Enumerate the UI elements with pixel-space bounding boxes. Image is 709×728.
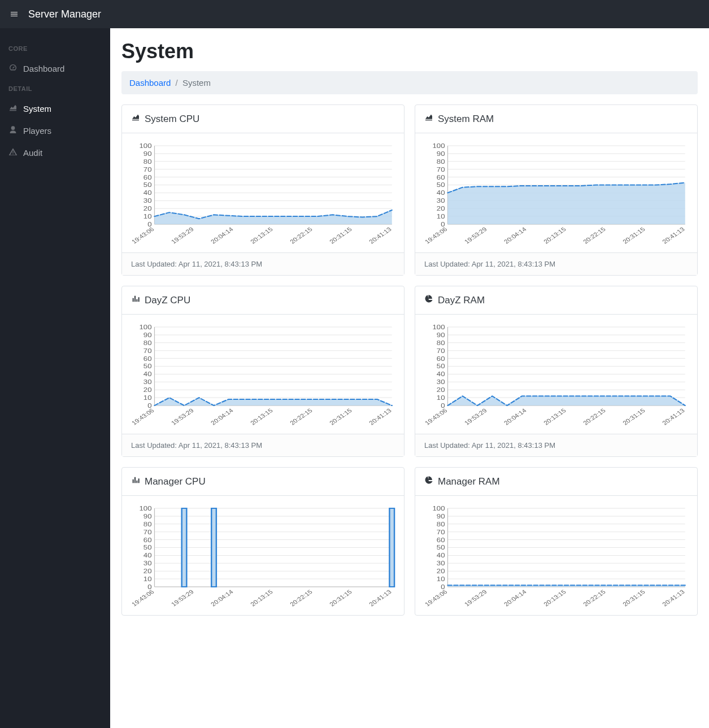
- svg-text:50: 50: [143, 182, 152, 189]
- svg-text:60: 60: [437, 174, 445, 181]
- svg-text:100: 100: [432, 505, 445, 512]
- chart-dayz-ram: 010203040506070809010019:43:0619:53:2920…: [423, 324, 689, 428]
- svg-text:20:13:15: 20:13:15: [542, 407, 567, 426]
- card-body: 010203040506070809010019:43:0619:53:2920…: [415, 133, 697, 252]
- card-system-ram: System RAM010203040506070809010019:43:06…: [415, 104, 698, 276]
- svg-text:80: 80: [143, 521, 152, 528]
- sidebar-section-label: DETAIL: [0, 80, 110, 98]
- svg-text:100: 100: [432, 324, 445, 331]
- card-manager-cpu: Manager CPU010203040506070809010019:43:0…: [121, 467, 404, 616]
- svg-text:20: 20: [143, 205, 152, 212]
- page-title: System: [121, 40, 698, 63]
- card-body: 010203040506070809010019:43:0619:53:2920…: [415, 496, 697, 615]
- svg-text:30: 30: [437, 560, 445, 567]
- card-footer: Last Updated: Apr 11, 2021, 8:43:13 PM: [122, 252, 404, 275]
- card-dayz-ram: DayZ RAM010203040506070809010019:43:0619…: [415, 286, 698, 457]
- svg-text:10: 10: [143, 394, 152, 402]
- svg-text:20:04:14: 20:04:14: [210, 407, 234, 426]
- pie-chart-icon: [424, 294, 433, 306]
- svg-text:10: 10: [437, 394, 445, 402]
- svg-text:19:53:29: 19:53:29: [170, 226, 195, 245]
- svg-text:90: 90: [437, 513, 445, 520]
- card-footer: Last Updated: Apr 11, 2021, 8:43:13 PM: [415, 434, 697, 456]
- svg-text:20: 20: [143, 568, 152, 575]
- chart-manager-ram: 010203040506070809010019:43:0619:53:2920…: [423, 505, 689, 609]
- svg-text:30: 30: [143, 378, 152, 386]
- svg-text:60: 60: [437, 537, 445, 544]
- card-title: System CPU: [145, 114, 199, 125]
- main-content: System Dashboard / System System CPU0102…: [110, 28, 709, 728]
- svg-text:19:43:06: 19:43:06: [423, 226, 448, 245]
- svg-text:20:41:13: 20:41:13: [368, 407, 393, 426]
- card-header: DayZ RAM: [415, 286, 697, 315]
- svg-text:20:31:15: 20:31:15: [621, 226, 646, 245]
- area-chart-icon: [131, 113, 140, 125]
- svg-text:20:31:15: 20:31:15: [621, 407, 646, 426]
- sidebar-section-label: CORE: [0, 40, 110, 58]
- sidebar-item-system[interactable]: System: [0, 98, 110, 120]
- card-dayz-cpu: DayZ CPU010203040506070809010019:43:0619…: [121, 286, 404, 457]
- sidebar-item-label: System: [23, 104, 51, 114]
- svg-text:50: 50: [143, 544, 152, 552]
- breadcrumb-current: System: [182, 78, 211, 88]
- svg-text:20:04:14: 20:04:14: [210, 588, 234, 607]
- bar-chart-icon: [131, 476, 140, 487]
- svg-text:30: 30: [143, 560, 152, 567]
- svg-text:20:31:15: 20:31:15: [328, 226, 353, 245]
- bar-chart-icon: [131, 294, 140, 306]
- svg-text:90: 90: [437, 150, 445, 158]
- svg-text:19:53:29: 19:53:29: [170, 588, 195, 607]
- svg-text:40: 40: [143, 189, 152, 197]
- svg-text:20:41:13: 20:41:13: [661, 226, 686, 245]
- svg-text:80: 80: [143, 158, 152, 165]
- svg-text:70: 70: [437, 347, 445, 355]
- breadcrumb-root-link[interactable]: Dashboard: [129, 78, 171, 88]
- breadcrumb: Dashboard / System: [121, 71, 698, 94]
- svg-text:19:53:29: 19:53:29: [463, 588, 488, 607]
- svg-text:19:43:06: 19:43:06: [130, 407, 155, 426]
- svg-text:30: 30: [437, 378, 445, 386]
- svg-text:90: 90: [437, 332, 445, 339]
- tachometer-icon: [8, 63, 18, 74]
- svg-text:20:41:13: 20:41:13: [661, 588, 686, 607]
- svg-text:20:04:14: 20:04:14: [210, 226, 234, 245]
- menu-toggle-button[interactable]: [6, 6, 23, 23]
- svg-text:19:43:06: 19:43:06: [130, 588, 155, 607]
- svg-text:40: 40: [437, 189, 445, 197]
- card-body: 010203040506070809010019:43:0619:53:2920…: [122, 133, 404, 252]
- card-title: Manager CPU: [145, 476, 206, 487]
- card-footer: Last Updated: Apr 11, 2021, 8:43:13 PM: [122, 434, 404, 456]
- card-manager-ram: Manager RAM010203040506070809010019:43:0…: [415, 467, 698, 616]
- svg-text:80: 80: [143, 339, 152, 347]
- card-title: DayZ CPU: [145, 295, 190, 306]
- sidebar-item-audit[interactable]: Audit: [0, 142, 110, 164]
- svg-text:20:04:14: 20:04:14: [503, 226, 528, 245]
- svg-text:100: 100: [139, 505, 151, 512]
- svg-text:100: 100: [432, 142, 445, 150]
- svg-text:19:43:06: 19:43:06: [423, 407, 448, 426]
- card-body: 010203040506070809010019:43:0619:53:2920…: [415, 315, 697, 434]
- sidebar-item-players[interactable]: Players: [0, 120, 110, 142]
- svg-text:19:53:29: 19:53:29: [463, 407, 488, 426]
- card-footer: Last Updated: Apr 11, 2021, 8:43:13 PM: [415, 252, 697, 275]
- svg-text:70: 70: [143, 347, 152, 355]
- warning-icon: [8, 147, 18, 158]
- svg-text:20:22:15: 20:22:15: [289, 588, 314, 607]
- card-header: System RAM: [415, 105, 697, 133]
- card-header: System CPU: [122, 105, 404, 133]
- svg-text:19:43:06: 19:43:06: [423, 588, 448, 607]
- svg-text:20:31:15: 20:31:15: [328, 588, 353, 607]
- svg-text:20:13:15: 20:13:15: [542, 226, 567, 245]
- svg-text:20:13:15: 20:13:15: [249, 407, 274, 426]
- sidebar-item-label: Audit: [23, 148, 42, 158]
- svg-text:80: 80: [437, 521, 445, 528]
- svg-text:20: 20: [143, 386, 152, 394]
- svg-text:80: 80: [437, 158, 445, 165]
- sidebar: COREDashboardDETAILSystemPlayersAudit: [0, 28, 110, 728]
- svg-text:20:22:15: 20:22:15: [582, 407, 607, 426]
- svg-text:20:13:15: 20:13:15: [542, 588, 567, 607]
- sidebar-item-dashboard[interactable]: Dashboard: [0, 58, 110, 80]
- svg-text:20:04:14: 20:04:14: [503, 407, 528, 426]
- svg-text:20:22:15: 20:22:15: [582, 588, 607, 607]
- svg-text:60: 60: [437, 355, 445, 363]
